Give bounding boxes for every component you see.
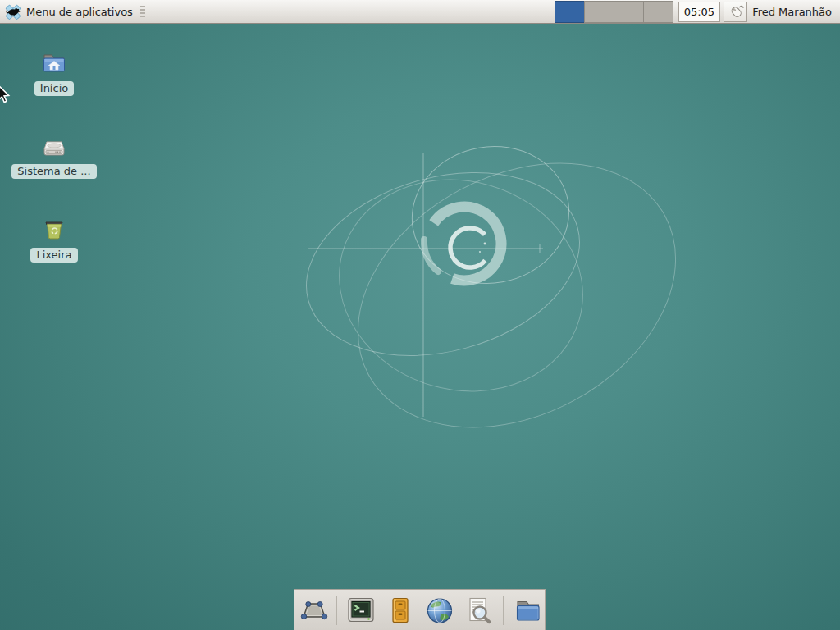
mouse-device-icon	[727, 2, 745, 21]
workspace-1[interactable]	[555, 1, 585, 23]
desktop-icon-home[interactable]: Início	[9, 49, 99, 96]
workspace-4[interactable]	[643, 1, 673, 23]
workspace-switcher	[555, 1, 673, 23]
desktop-icon-label: Sistema de ...	[11, 164, 96, 179]
show-desktop-icon	[297, 595, 328, 626]
folder-icon	[512, 595, 543, 626]
desktop-icon-trash[interactable]: Lixeira	[9, 216, 99, 262]
top-panel: Menu de aplicativos 05:05 Fred Maranhã	[0, 0, 840, 24]
dock-item-show-desktop[interactable]	[295, 593, 330, 628]
desktop-icon-label: Lixeira	[30, 248, 77, 262]
clock-time: 05:05	[684, 6, 714, 18]
dock-separator	[503, 596, 504, 625]
debian-swirl-logo	[413, 193, 516, 295]
bottom-dock-panel	[294, 589, 546, 630]
workspace-2[interactable]	[584, 1, 614, 23]
tray-button[interactable]	[724, 2, 747, 22]
applications-menu-label: Menu de aplicativos	[26, 6, 133, 18]
dock-item-application-finder[interactable]	[462, 593, 496, 628]
workspace-3[interactable]	[614, 1, 644, 23]
clock[interactable]: 05:05	[678, 2, 720, 22]
trash-icon	[40, 216, 68, 244]
desktop-surface[interactable]: Menu de aplicativos 05:05 Fred Maranhã	[0, 0, 840, 630]
globe-icon	[424, 595, 455, 626]
applications-menu-button[interactable]: Menu de aplicativos	[0, 0, 138, 23]
document-search-icon	[463, 595, 495, 626]
filesystem-drive-icon	[40, 132, 68, 160]
desktop-icon-label: Início	[34, 81, 74, 96]
file-cabinet-icon	[385, 595, 416, 626]
panel-grip-handle[interactable]	[140, 6, 145, 18]
dock-item-terminal[interactable]	[344, 593, 378, 628]
terminal-icon	[345, 595, 377, 626]
dock-item-file-cabinet[interactable]	[383, 593, 418, 628]
dock-item-file-manager[interactable]	[510, 593, 545, 628]
user-name-label[interactable]: Fred Maranhão	[752, 6, 832, 18]
dock-separator	[336, 596, 337, 625]
home-folder-icon	[40, 49, 68, 77]
dock-item-web-browser[interactable]	[422, 593, 457, 628]
debian-wallpaper-art	[0, 0, 840, 630]
desktop-icon-filesystem[interactable]: Sistema de ...	[9, 132, 99, 179]
xfce-mouse-logo-icon	[4, 2, 22, 21]
